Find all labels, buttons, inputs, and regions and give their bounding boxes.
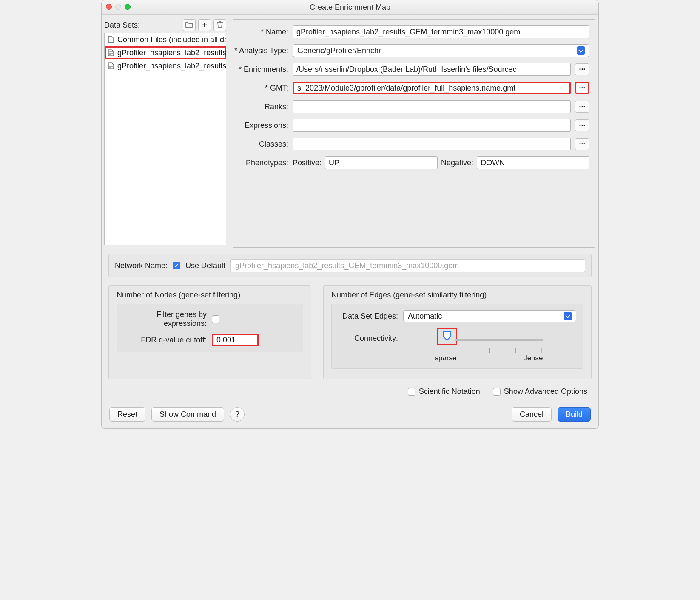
datasets-label: Data Sets:: [104, 21, 140, 30]
folder-open-button[interactable]: [183, 19, 196, 31]
slider-dense-label: dense: [523, 354, 543, 362]
expressions-input[interactable]: [293, 119, 571, 132]
datasets-toolbar: +: [183, 19, 226, 31]
ranks-label: Ranks:: [233, 102, 288, 111]
minimize-icon: [115, 4, 121, 10]
connectivity-label: Connectivity:: [339, 328, 398, 343]
dataset-edges-value: Automatic: [408, 312, 442, 321]
filter-genes-label: Filter genes by expressions:: [124, 310, 207, 328]
top-split: Data Sets: +: [102, 15, 598, 248]
gmt-label: * GMT:: [233, 84, 288, 93]
cancel-button[interactable]: Cancel: [512, 407, 552, 422]
ellipsis-icon: ···: [579, 121, 585, 130]
analysis-type-label: * Analysis Type:: [233, 46, 288, 55]
slider-thumb-icon: [441, 331, 452, 341]
classes-browse-button[interactable]: ···: [575, 138, 589, 150]
enrichments-browse-button[interactable]: ···: [575, 63, 589, 75]
network-name-label: Network Name:: [115, 261, 168, 270]
negative-label: Negative:: [441, 158, 473, 167]
filters-row: Number of Nodes (gene-set filtering) Fil…: [108, 285, 592, 379]
name-label: * Name:: [233, 28, 288, 37]
connectivity-slider-wrap: ||||| sparse dense: [403, 328, 576, 362]
edges-filter-group: Number of Edges (gene-set similarity fil…: [323, 285, 592, 379]
window: Create Enrichment Map Data Sets: +: [101, 0, 599, 429]
ranks-browse-button[interactable]: ···: [575, 101, 589, 113]
plus-icon: +: [202, 20, 207, 30]
footer: Reset Show Command ? Cancel Build: [102, 401, 598, 428]
scientific-notation-label: Scientific Notation: [419, 387, 480, 396]
gmt-browse-button[interactable]: ···: [575, 82, 589, 94]
network-name-row: Network Name: Use Default: [108, 254, 592, 277]
fdr-cutoff-input[interactable]: [212, 334, 259, 346]
edges-filter-title: Number of Edges (gene-set similarity fil…: [331, 291, 583, 300]
list-item[interactable]: Common Files (included in all data sets): [105, 33, 226, 46]
ellipsis-icon: ···: [579, 84, 585, 93]
page-text-icon: [108, 62, 114, 70]
nodes-filter-title: Number of Nodes (gene-set filtering): [117, 291, 303, 300]
ellipsis-icon: ···: [579, 140, 585, 149]
dataset-edges-select[interactable]: Automatic: [403, 310, 576, 322]
advanced-options-label: Show Advanced Options: [504, 387, 587, 396]
filter-genes-checkbox[interactable]: [212, 315, 219, 323]
zoom-icon[interactable]: [125, 4, 131, 10]
add-dataset-button[interactable]: +: [198, 19, 211, 31]
trash-icon: [216, 21, 223, 29]
build-button[interactable]: Build: [558, 407, 591, 422]
datasets-panel: Data Sets: +: [102, 17, 229, 248]
help-icon: ?: [235, 410, 239, 419]
use-default-checkbox[interactable]: [173, 262, 180, 269]
dataset-edges-label: Data Set Edges:: [339, 312, 398, 321]
lower-panel: Network Name: Use Default Number of Node…: [102, 248, 598, 401]
advanced-options-checkbox[interactable]: [493, 388, 501, 396]
expressions-browse-button[interactable]: ···: [575, 119, 589, 131]
page-text-icon: [108, 49, 114, 57]
classes-input[interactable]: [293, 138, 571, 150]
phenotypes-label: Phenotypes:: [233, 158, 288, 167]
list-item[interactable]: gProfiler_hsapiens_lab2_results_GEM_term…: [105, 59, 226, 73]
titlebar: Create Enrichment Map: [102, 0, 598, 15]
dataset-form: * Name: * Analysis Type: Generic/gProfil…: [233, 19, 595, 248]
gmt-input[interactable]: [293, 82, 571, 94]
window-title: Create Enrichment Map: [310, 3, 390, 12]
positive-label: Positive:: [293, 158, 322, 167]
ranks-input[interactable]: [293, 100, 571, 113]
list-item-label: gProfiler_hsapiens_lab2_results_GEM_term…: [117, 48, 226, 57]
chevron-down-icon: [577, 46, 585, 55]
list-item-label: gProfiler_hsapiens_lab2_results_GEM_term…: [117, 62, 226, 71]
classes-label: Classes:: [233, 140, 288, 149]
datasets-list[interactable]: Common Files (included in all data sets)…: [104, 33, 226, 245]
positive-input[interactable]: [325, 156, 438, 169]
negative-input[interactable]: [477, 156, 589, 169]
options-row: Scientific Notation Show Advanced Option…: [108, 387, 592, 396]
slider-sparse-label: sparse: [435, 354, 457, 362]
network-name-input: [230, 259, 585, 272]
scientific-notation-checkbox[interactable]: [408, 388, 415, 396]
delete-dataset-button[interactable]: [213, 19, 226, 31]
connectivity-slider[interactable]: [455, 339, 543, 341]
slider-ticks: |||||: [437, 347, 543, 353]
folder-open-icon: [185, 21, 193, 29]
expressions-label: Expressions:: [233, 121, 288, 130]
ellipsis-icon: ···: [579, 65, 585, 74]
name-input[interactable]: [293, 25, 589, 38]
help-button[interactable]: ?: [230, 407, 245, 422]
nodes-filter-group: Number of Nodes (gene-set filtering) Fil…: [108, 285, 311, 379]
enrichments-label: * Enrichments:: [233, 65, 288, 74]
ellipsis-icon: ···: [579, 102, 585, 111]
list-item-label: Common Files (included in all data sets): [117, 35, 226, 44]
show-command-button[interactable]: Show Command: [151, 407, 224, 422]
list-item[interactable]: gProfiler_hsapiens_lab2_results_GEM_term…: [105, 46, 226, 59]
use-default-label: Use Default: [185, 261, 225, 270]
fdr-label: FDR q-value cutoff:: [124, 336, 207, 345]
analysis-type-select[interactable]: Generic/gProfiler/Enrichr: [293, 44, 589, 57]
datasets-header: Data Sets: +: [104, 19, 226, 31]
traffic-lights: [106, 4, 131, 10]
close-icon[interactable]: [106, 4, 112, 10]
enrichments-input[interactable]: [293, 63, 571, 76]
chevron-down-icon: [564, 312, 572, 320]
page-icon: [108, 36, 114, 44]
reset-button[interactable]: Reset: [109, 407, 145, 422]
analysis-type-value: Generic/gProfiler/Enrichr: [297, 46, 381, 55]
